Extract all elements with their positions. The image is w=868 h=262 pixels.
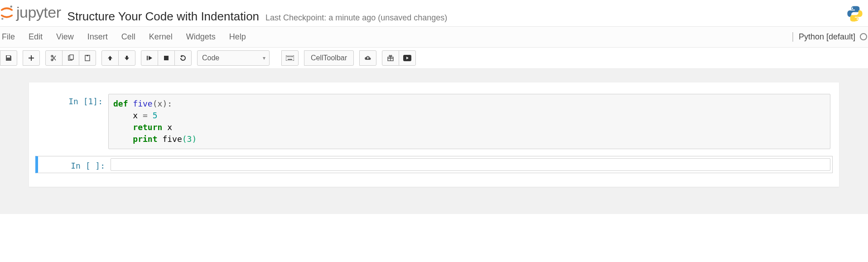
restart-icon bbox=[179, 54, 187, 62]
svg-rect-14 bbox=[291, 56, 292, 57]
menu-insert[interactable]: Insert bbox=[87, 32, 108, 42]
svg-point-1 bbox=[1, 18, 4, 20]
interrupt-button[interactable] bbox=[158, 50, 175, 66]
cut-button[interactable] bbox=[45, 50, 63, 66]
add-cell-button[interactable] bbox=[23, 50, 40, 66]
arrow-down-icon bbox=[124, 55, 130, 61]
jupyter-icon bbox=[0, 5, 14, 20]
header: jupyter Structure Your Code with Indenta… bbox=[0, 0, 868, 26]
svg-point-0 bbox=[10, 5, 13, 8]
slideshow-icon bbox=[403, 55, 411, 61]
menu-edit[interactable]: Edit bbox=[29, 32, 43, 42]
svg-rect-11 bbox=[287, 56, 288, 57]
menubar: FileEditViewInsertCellKernelWidgetsHelp … bbox=[0, 26, 868, 48]
menu-file[interactable]: File bbox=[2, 32, 15, 42]
code-cell[interactable]: In [1]:def five(x): x = 5 return x print… bbox=[35, 92, 833, 151]
toolbar: Code CellToolbar bbox=[0, 48, 868, 69]
svg-rect-8 bbox=[147, 56, 148, 60]
kernel-name: Python [default] bbox=[799, 32, 855, 42]
notebook-panel: In [1]:def five(x): x = 5 return x print… bbox=[29, 82, 839, 187]
run-button[interactable] bbox=[141, 50, 158, 66]
menu-help[interactable]: Help bbox=[229, 32, 246, 42]
arrow-up-icon bbox=[107, 55, 113, 61]
cloud-upload-icon bbox=[364, 54, 371, 62]
gift-button[interactable] bbox=[382, 50, 399, 66]
svg-rect-16 bbox=[288, 59, 292, 60]
restart-button[interactable] bbox=[174, 50, 192, 66]
copy-button[interactable] bbox=[62, 50, 79, 66]
stop-icon bbox=[163, 55, 169, 61]
gift-icon bbox=[387, 54, 394, 62]
cell-type-value: Code bbox=[202, 54, 219, 62]
move-up-button[interactable] bbox=[101, 50, 119, 66]
svg-rect-15 bbox=[292, 56, 293, 57]
menu-view[interactable]: View bbox=[56, 32, 74, 42]
presentation-button[interactable] bbox=[399, 50, 416, 66]
svg-rect-9 bbox=[164, 56, 169, 60]
cell-type-select[interactable]: Code bbox=[197, 50, 270, 66]
svg-rect-5 bbox=[70, 55, 73, 59]
menu-widgets[interactable]: Widgets bbox=[186, 32, 216, 42]
copy-icon bbox=[67, 54, 74, 62]
svg-rect-10 bbox=[286, 55, 294, 61]
cell-prompt: In [1]: bbox=[36, 94, 108, 149]
move-down-button[interactable] bbox=[118, 50, 135, 66]
notebook-title[interactable]: Structure Your Code with Indentation bbox=[68, 10, 260, 24]
python-logo-icon bbox=[846, 5, 863, 22]
celltoolbar-button[interactable]: CellToolbar bbox=[304, 50, 354, 66]
menu-cell[interactable]: Cell bbox=[121, 32, 135, 42]
kernel-status-icon bbox=[860, 33, 867, 40]
run-icon bbox=[146, 55, 153, 61]
cell-input[interactable]: def five(x): x = 5 return x print five(3… bbox=[108, 94, 830, 149]
jupyter-logo[interactable]: jupyter bbox=[0, 4, 61, 21]
command-palette-button[interactable] bbox=[281, 50, 299, 66]
cell-input[interactable] bbox=[111, 158, 830, 171]
paste-button[interactable] bbox=[79, 50, 96, 66]
save-icon bbox=[5, 54, 12, 62]
celltoolbar-label: CellToolbar bbox=[311, 54, 347, 62]
cell-prompt: In [ ]: bbox=[38, 158, 111, 171]
kernel-indicator[interactable]: Python [default] bbox=[792, 32, 867, 42]
plus-icon bbox=[28, 55, 34, 61]
checkpoint-text: Last Checkpoint: a minute ago (unsaved c… bbox=[265, 13, 447, 23]
code-cell[interactable]: In [ ]: bbox=[35, 156, 833, 173]
svg-rect-7 bbox=[87, 55, 88, 56]
upload-button[interactable] bbox=[359, 50, 376, 66]
jupyter-logo-text: jupyter bbox=[16, 4, 61, 21]
save-button[interactable] bbox=[0, 50, 17, 66]
scissors-icon bbox=[50, 54, 58, 62]
menu-kernel[interactable]: Kernel bbox=[149, 32, 173, 42]
keyboard-icon bbox=[286, 55, 294, 61]
svg-rect-12 bbox=[288, 56, 289, 57]
svg-rect-13 bbox=[289, 56, 290, 57]
paste-icon bbox=[84, 54, 91, 62]
